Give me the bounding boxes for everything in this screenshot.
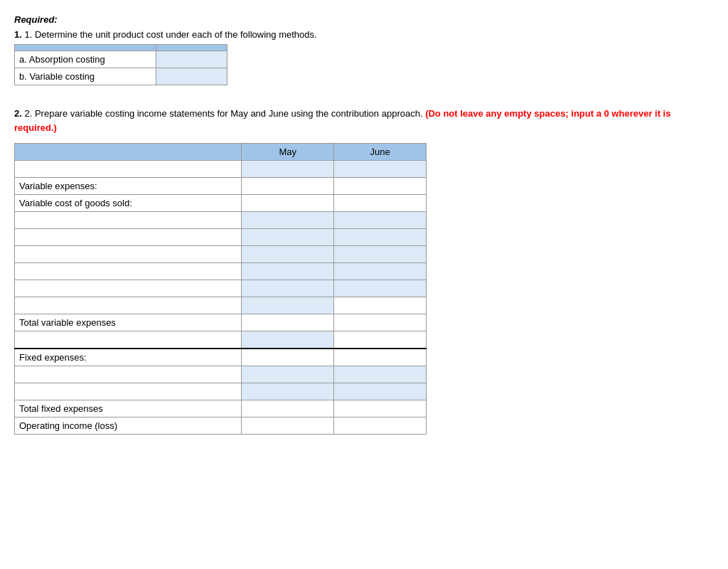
col-header-may: May — [242, 144, 334, 161]
row9-label-input[interactable] — [19, 300, 237, 311]
absorption-costing-field[interactable] — [161, 54, 223, 65]
row-label-5[interactable] — [15, 229, 242, 246]
row6-may-input[interactable] — [242, 246, 334, 263]
row7-label-input[interactable] — [19, 266, 237, 277]
table-row: Variable cost of goods sold: — [15, 195, 427, 212]
row-label-7[interactable] — [15, 263, 242, 280]
variable-costing-input[interactable] — [156, 68, 228, 85]
row-label-8[interactable] — [15, 280, 242, 297]
row13-may-input[interactable] — [242, 366, 334, 383]
row1-june-input[interactable] — [334, 161, 427, 178]
question1-text: 1. 1. Determine the unit product cost un… — [14, 29, 714, 40]
table1-header-label — [15, 45, 156, 51]
row5-may-input[interactable] — [242, 229, 334, 246]
row4-may-input[interactable] — [242, 212, 334, 229]
row7-june-input[interactable] — [334, 263, 427, 280]
row9-may-input[interactable] — [242, 297, 334, 314]
row5-june-field[interactable] — [338, 232, 422, 243]
row14-may-field[interactable] — [246, 386, 329, 397]
fixed-expenses-label: Fixed expenses: — [15, 349, 242, 366]
operating-income-label: Operating income (loss) — [15, 418, 242, 435]
row13-may-field[interactable] — [246, 369, 329, 380]
row-label-9[interactable] — [15, 297, 242, 314]
row4-label-input[interactable] — [19, 215, 237, 225]
row10-may-empty — [242, 314, 334, 331]
table-row: Operating income (loss) — [15, 418, 427, 435]
row14-june-input[interactable] — [334, 383, 427, 400]
row1-may-field[interactable] — [246, 164, 329, 174]
table1-header-value — [156, 45, 228, 51]
table-row — [15, 366, 427, 383]
row14-may-input[interactable] — [242, 383, 334, 400]
row-label-4[interactable] — [15, 212, 242, 229]
required-label: Required: — [14, 14, 714, 25]
table-row — [15, 297, 427, 314]
row8-june-field[interactable] — [338, 283, 422, 294]
row13-june-input[interactable] — [334, 366, 427, 383]
row13-label-input[interactable] — [19, 369, 237, 380]
row8-june-input[interactable] — [334, 280, 427, 297]
variable-costing-label: b. Variable costing — [15, 68, 156, 85]
row8-label-input[interactable] — [19, 283, 237, 294]
row11-june-empty — [334, 331, 427, 349]
table-row — [15, 331, 427, 349]
row14-june-field[interactable] — [338, 386, 422, 397]
section2-table-wrapper: May June Variable expenses: — [14, 143, 714, 435]
row7-june-field[interactable] — [338, 266, 422, 277]
row15-june-empty — [334, 400, 427, 418]
total-variable-expenses-label: Total variable expenses — [15, 314, 242, 331]
row-label-1[interactable] — [15, 161, 242, 178]
row-label-6[interactable] — [15, 246, 242, 263]
variable-expenses-label: Variable expenses: — [15, 178, 242, 195]
row15-may-empty — [242, 400, 334, 418]
row1-june-field[interactable] — [338, 164, 422, 174]
row8-may-input[interactable] — [242, 280, 334, 297]
row13-june-field[interactable] — [338, 369, 422, 380]
row-label-11[interactable] — [15, 331, 242, 349]
row16-may-empty — [242, 418, 334, 435]
col-header-june: June — [334, 144, 427, 161]
row5-label-input[interactable] — [19, 232, 237, 243]
table-row — [15, 383, 427, 400]
table-row: a. Absorption costing — [15, 51, 228, 68]
table-row — [15, 263, 427, 280]
table-row: b. Variable costing — [15, 68, 228, 85]
row-label-13[interactable] — [15, 366, 242, 383]
table-row — [15, 280, 427, 297]
total-fixed-expenses-label: Total fixed expenses — [15, 400, 242, 418]
row1-may-input[interactable] — [242, 161, 334, 178]
row11-label-input[interactable] — [19, 334, 237, 345]
row5-june-input[interactable] — [334, 229, 427, 246]
row6-june-field[interactable] — [338, 249, 422, 260]
table-row — [15, 212, 427, 229]
row5-may-field[interactable] — [246, 232, 329, 243]
row7-may-input[interactable] — [242, 263, 334, 280]
row8-may-field[interactable] — [246, 283, 329, 294]
row6-label-input[interactable] — [19, 249, 237, 260]
row16-june-empty — [334, 418, 427, 435]
row7-may-field[interactable] — [246, 266, 329, 277]
row11-may-input[interactable] — [242, 331, 334, 349]
row4-may-field[interactable] — [246, 215, 329, 225]
row4-june-input[interactable] — [334, 212, 427, 229]
variable-costing-field[interactable] — [161, 71, 223, 82]
row6-may-field[interactable] — [246, 249, 329, 260]
table-row: Variable expenses: — [15, 178, 427, 195]
table-row: Fixed expenses: — [15, 349, 427, 366]
row9-may-field[interactable] — [246, 300, 329, 311]
question2-text: 2. 2. Prepare variable costing income st… — [14, 107, 714, 134]
row12-may-empty — [242, 349, 334, 366]
section2: 2. 2. Prepare variable costing income st… — [14, 107, 714, 435]
absorption-costing-input[interactable] — [156, 51, 228, 68]
row3-may-empty — [242, 195, 334, 212]
row-label-14[interactable] — [15, 383, 242, 400]
absorption-costing-label: a. Absorption costing — [15, 51, 156, 68]
row14-label-input[interactable] — [19, 386, 237, 397]
variable-cogs-label: Variable cost of goods sold: — [15, 195, 242, 212]
row2-june-empty — [334, 178, 427, 195]
row11-may-field[interactable] — [246, 334, 329, 345]
row12-june-empty — [334, 349, 427, 366]
row1-label-input[interactable] — [19, 164, 237, 174]
row6-june-input[interactable] — [334, 246, 427, 263]
row4-june-field[interactable] — [338, 215, 422, 225]
